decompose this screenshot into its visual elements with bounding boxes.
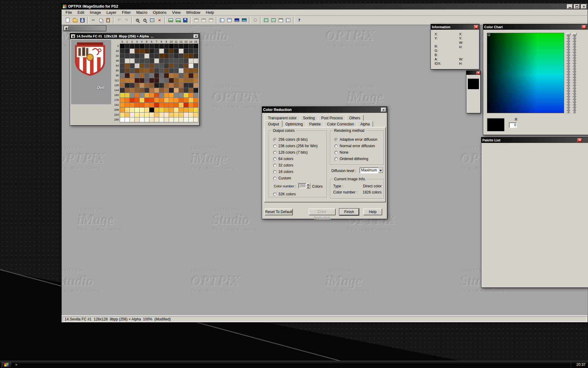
- palette-grid-cell[interactable]: [149, 54, 154, 58]
- chevron-down-icon[interactable]: [378, 168, 383, 173]
- palette-grid-cell[interactable]: [169, 54, 174, 58]
- palette-grid-cell[interactable]: [174, 113, 179, 117]
- palette-grid-cell[interactable]: [120, 68, 125, 73]
- menu-edit[interactable]: Edit: [75, 10, 87, 15]
- palette-grid-cell[interactable]: [159, 78, 164, 83]
- tab-sorting[interactable]: Sorting: [300, 115, 318, 121]
- maximize-button[interactable]: [574, 4, 580, 9]
- palette-grid-cell[interactable]: [189, 49, 193, 53]
- palette-grid-cell[interactable]: [174, 44, 179, 48]
- palette-grid-cell[interactable]: [140, 98, 144, 102]
- palette-grid-cell[interactable]: [149, 93, 154, 98]
- palette-grid-cell[interactable]: [140, 68, 144, 73]
- gradient-marker[interactable]: [488, 34, 490, 36]
- palette-grid-cell[interactable]: [159, 117, 164, 122]
- palette-grid-icon[interactable]: [262, 17, 270, 24]
- palette-grid-cell[interactable]: [174, 98, 179, 102]
- palette-grid-cell[interactable]: [169, 49, 174, 53]
- menu-layer[interactable]: Layer: [104, 10, 119, 15]
- columns-icon[interactable]: [285, 17, 292, 24]
- palette-grid-cell[interactable]: [174, 83, 179, 88]
- palette-grid-cell[interactable]: [159, 88, 164, 93]
- palette-grid-cell[interactable]: [189, 113, 193, 117]
- palette-grid-cell[interactable]: [149, 73, 154, 78]
- palette-grid-cell[interactable]: [154, 98, 159, 102]
- palette-grid-cell[interactable]: [159, 44, 164, 48]
- palette-grid-cell[interactable]: [130, 93, 134, 98]
- palette-grid-cell[interactable]: [164, 98, 169, 102]
- palette-grid-cell[interactable]: [169, 68, 174, 73]
- palette-grid-cell[interactable]: [140, 103, 144, 107]
- image-window-titlebar[interactable]: α 14.Sevilla FC #1 128x128 8bpp (256) + …: [70, 33, 199, 39]
- palette-grid-cell[interactable]: [164, 78, 169, 83]
- cut-icon[interactable]: ✂: [90, 17, 97, 24]
- palette-grid-cell[interactable]: [145, 63, 149, 68]
- palette-grid-cell[interactable]: [194, 103, 198, 107]
- palette-grid-cell[interactable]: [145, 59, 149, 63]
- overflow-chevron-icon[interactable]: »: [15, 362, 17, 367]
- palette-grid-cell[interactable]: [149, 44, 154, 48]
- zoom-out-icon[interactable]: [141, 17, 149, 24]
- palette-grid-cell[interactable]: [169, 117, 174, 122]
- palette-grid-cell[interactable]: [135, 78, 139, 83]
- image-window[interactable]: α 14.Sevilla FC #1 128x128 8bpp (256) + …: [70, 33, 200, 126]
- palette-grid-cell[interactable]: [159, 54, 164, 58]
- grid-icon[interactable]: [149, 17, 156, 24]
- radio-circle[interactable]: [273, 170, 277, 174]
- palette-grid-cell[interactable]: [189, 83, 193, 88]
- palette-grid-cell[interactable]: [149, 117, 154, 122]
- palette-grid-cell[interactable]: [140, 59, 144, 63]
- palette-grid-cell[interactable]: [174, 88, 179, 93]
- palette-grid-cell[interactable]: [130, 98, 134, 102]
- radio-circle[interactable]: [273, 151, 277, 154]
- palette-grid-cell[interactable]: [164, 73, 169, 78]
- palette-grid-cell[interactable]: [130, 83, 134, 88]
- palette-grid-cell[interactable]: [135, 113, 139, 117]
- palette-grid-cell[interactable]: [145, 88, 149, 93]
- color-chart-close-icon[interactable]: ✕: [582, 25, 586, 29]
- palette-grid-cell[interactable]: [174, 117, 179, 122]
- palette-grid-cell[interactable]: [179, 83, 183, 88]
- palette-grid-cell[interactable]: [130, 68, 134, 73]
- palette-grid-cell[interactable]: [145, 113, 149, 117]
- palette-grid-cell[interactable]: [140, 78, 144, 83]
- palette-grid-cell[interactable]: [135, 108, 139, 112]
- palette-grid-cell[interactable]: [125, 63, 130, 68]
- menu-options[interactable]: Options: [150, 10, 169, 15]
- palette-grid-cell[interactable]: [125, 68, 130, 73]
- palette-grid-cell[interactable]: [154, 73, 159, 78]
- palette-grid-cell[interactable]: [184, 44, 188, 48]
- palette-grid-cell[interactable]: [179, 59, 183, 63]
- table-icon[interactable]: [270, 17, 277, 24]
- palette-grid-cell[interactable]: [149, 83, 154, 88]
- palette-grid-cell[interactable]: [149, 78, 154, 83]
- palette-grid-cell[interactable]: [184, 83, 188, 88]
- palette-grid-cell[interactable]: [179, 63, 183, 68]
- palette-grid-cell[interactable]: [130, 54, 134, 58]
- information-close-icon[interactable]: ✕: [474, 25, 478, 29]
- radio-circle[interactable]: [273, 144, 277, 148]
- palette-grid-cell[interactable]: [135, 68, 139, 73]
- palette-grid-cell[interactable]: [130, 113, 134, 117]
- palette-grid-cell[interactable]: [189, 93, 193, 98]
- palette-grid-cell[interactable]: [154, 78, 159, 83]
- palette-grid-cell[interactable]: [184, 78, 188, 83]
- diffusion-level-select[interactable]: Maximum: [360, 167, 383, 173]
- image-preview[interactable]: Ovit: [71, 40, 111, 104]
- menu-help[interactable]: Help: [203, 10, 217, 15]
- palette-grid-cell[interactable]: [169, 78, 174, 83]
- palette-grid-cell[interactable]: [179, 68, 183, 73]
- radio-circle[interactable]: [334, 151, 338, 154]
- radio-236-colors-256-for-win-[interactable]: 236 colors (256 for Win): [273, 144, 318, 148]
- palette-grid-cell[interactable]: [184, 113, 188, 117]
- save-icon[interactable]: [79, 17, 86, 24]
- palette-grid-cell[interactable]: [135, 44, 139, 48]
- palette-grid-cell[interactable]: [164, 59, 169, 63]
- palette-grid-cell[interactable]: [120, 103, 125, 107]
- palette-grid-cell[interactable]: [125, 117, 130, 122]
- palette-grid-cell[interactable]: [194, 113, 198, 117]
- palette-grid-cell[interactable]: [120, 113, 125, 117]
- palette-list-titlebar[interactable]: Palette List ✕: [481, 137, 588, 143]
- palette-grid-cell[interactable]: [125, 54, 130, 58]
- palette-grid-cell[interactable]: [184, 117, 188, 122]
